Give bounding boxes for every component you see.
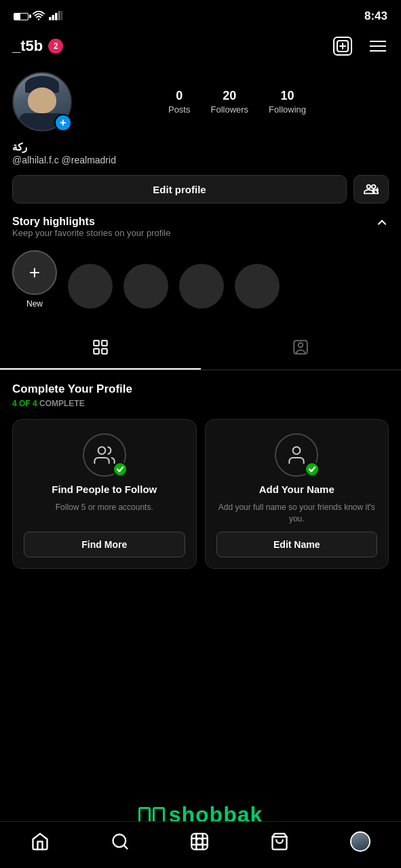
complete-profile-title: Complete Your Profile xyxy=(12,382,389,396)
grid-icon xyxy=(92,338,109,359)
new-highlight-circle: + xyxy=(12,250,57,295)
highlight-item-3[interactable] xyxy=(179,264,224,309)
svg-rect-1 xyxy=(49,17,52,20)
hamburger-icon xyxy=(370,41,386,52)
nav-search-button[interactable] xyxy=(102,829,138,854)
avatar-container: + xyxy=(12,72,72,132)
followers-label: Followers xyxy=(210,104,248,115)
nav-profile-button[interactable] xyxy=(342,829,379,854)
status-left xyxy=(14,11,62,22)
bottom-nav xyxy=(0,821,401,868)
highlights-row: + New xyxy=(12,250,389,315)
add-story-button[interactable]: + xyxy=(54,114,72,132)
svg-rect-14 xyxy=(102,349,107,354)
bio-handles: @alhilal.f.c @realmadrid xyxy=(12,155,389,165)
svg-rect-3 xyxy=(55,13,58,20)
top-nav: _t5b 2 xyxy=(0,30,401,65)
highlight-item-2[interactable] xyxy=(123,264,168,309)
following-stat[interactable]: 10 Following xyxy=(269,89,306,115)
svg-line-20 xyxy=(123,845,127,848)
add-name-icon-wrap xyxy=(275,433,318,477)
nav-home-button[interactable] xyxy=(22,829,58,854)
tab-tagged[interactable] xyxy=(201,329,402,370)
highlight-circle-2 xyxy=(123,264,168,309)
find-people-card: Find People to Follow Follow 5 or more a… xyxy=(12,419,197,569)
svg-rect-4 xyxy=(58,11,61,20)
nav-shop-button[interactable] xyxy=(262,829,297,854)
add-name-card: Add Your Name Add your full name so your… xyxy=(205,419,389,569)
story-highlights: Story highlights Keep your favorite stor… xyxy=(0,216,401,322)
add-highlight-icon: + xyxy=(29,262,40,283)
svg-point-17 xyxy=(98,447,105,454)
svg-point-22 xyxy=(197,838,203,844)
add-icon xyxy=(333,37,352,56)
profile-cards-row: Find People to Follow Follow 5 or more a… xyxy=(12,419,389,569)
svg-point-18 xyxy=(293,447,301,454)
following-count: 10 xyxy=(269,89,306,103)
highlights-header: Story highlights Keep your favorite stor… xyxy=(12,216,389,248)
highlights-subtitle: Keep your favorite stories on your profi… xyxy=(12,228,170,238)
home-icon xyxy=(31,832,50,851)
followers-stat[interactable]: 20 Followers xyxy=(210,89,248,115)
posts-stat[interactable]: 0 Posts xyxy=(168,89,191,115)
time-display: 8:43 xyxy=(364,9,387,23)
tabs-row xyxy=(0,329,401,370)
tag-person-icon xyxy=(292,338,309,359)
svg-point-16 xyxy=(299,343,303,348)
wifi-icon xyxy=(33,11,45,22)
battery-icon xyxy=(14,13,28,20)
profile-avatar-small xyxy=(350,831,370,852)
status-bar: 8:43 xyxy=(0,0,401,30)
add-name-title: Add Your Name xyxy=(259,484,335,495)
highlight-item-1[interactable] xyxy=(68,264,113,309)
nav-icons xyxy=(330,34,389,58)
svg-rect-11 xyxy=(94,340,99,346)
edit-profile-button[interactable]: Edit profile xyxy=(12,175,347,203)
svg-rect-21 xyxy=(192,833,208,849)
tab-grid[interactable] xyxy=(0,329,201,370)
highlight-circle-1 xyxy=(68,264,113,309)
posts-count: 0 xyxy=(168,89,191,103)
following-label: Following xyxy=(269,104,306,115)
add-name-check-badge xyxy=(305,462,320,477)
highlight-item-4[interactable] xyxy=(235,264,280,309)
svg-rect-5 xyxy=(61,11,62,20)
svg-rect-13 xyxy=(94,349,99,354)
profile-section: + 0 Posts 20 Followers 10 Following xyxy=(0,65,401,132)
find-more-button[interactable]: Find More xyxy=(24,532,185,557)
complete-count: 4 OF 4 xyxy=(12,399,37,408)
svg-point-0 xyxy=(38,18,39,20)
action-buttons: Edit profile xyxy=(0,175,401,216)
stats-row: 0 Posts 20 Followers 10 Following xyxy=(85,89,389,115)
svg-rect-12 xyxy=(102,340,107,346)
menu-button[interactable] xyxy=(367,38,389,54)
add-name-desc: Add your full name so your friends know … xyxy=(216,502,378,525)
shop-icon xyxy=(270,832,289,851)
bio-name: رکة xyxy=(12,141,389,153)
nav-reels-button[interactable] xyxy=(182,829,217,854)
posts-label: Posts xyxy=(168,104,191,115)
search-icon xyxy=(111,832,130,851)
find-people-title: Find People to Follow xyxy=(52,484,157,495)
highlights-title: Story highlights xyxy=(12,216,170,228)
complete-profile-status: 4 OF 4 COMPLETE xyxy=(12,399,389,408)
find-people-desc: Follow 5 or more accounts. xyxy=(56,502,153,513)
followers-count: 20 xyxy=(210,89,248,103)
new-highlight-button[interactable]: + New xyxy=(12,250,57,309)
add-post-button[interactable] xyxy=(330,34,355,58)
profile-username: _t5b xyxy=(12,37,43,55)
profile-header: + 0 Posts 20 Followers 10 Following xyxy=(12,72,389,132)
edit-name-button[interactable]: Edit Name xyxy=(216,532,378,557)
complete-profile-section: Complete Your Profile 4 OF 4 COMPLETE xyxy=(0,370,401,578)
find-people-check-badge xyxy=(113,462,128,477)
username-area: _t5b 2 xyxy=(12,37,63,55)
bio-section: رکة @alhilal.f.c @realmadrid xyxy=(0,141,401,175)
add-friend-button[interactable] xyxy=(354,175,389,203)
signal-icon xyxy=(49,11,62,22)
highlight-circle-4 xyxy=(235,264,280,309)
new-highlight-label: New xyxy=(26,299,43,309)
highlights-collapse-button[interactable] xyxy=(375,216,389,233)
find-people-icon-wrap xyxy=(83,433,126,477)
notification-badge[interactable]: 2 xyxy=(48,39,63,54)
highlight-circle-3 xyxy=(179,264,224,309)
